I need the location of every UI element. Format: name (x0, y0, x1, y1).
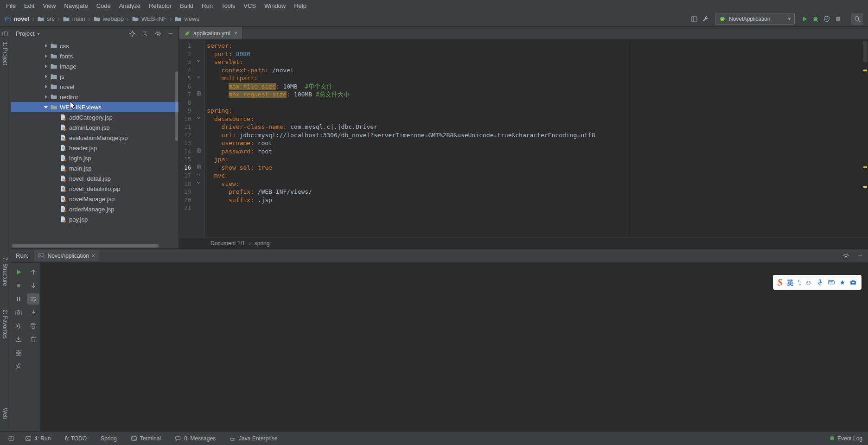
line-number[interactable]: 1 (179, 42, 193, 50)
stop-button[interactable] (13, 280, 25, 291)
toolwindow-switcher-button[interactable] (6, 433, 17, 444)
code-area[interactable]: 1server:2 port: 80803 servlet:4 context-… (179, 42, 862, 212)
pin-button[interactable] (13, 361, 25, 372)
line-number[interactable]: 18 (179, 180, 193, 188)
edit-configurations-button[interactable] (700, 13, 711, 25)
settings-gear-button[interactable] (154, 30, 161, 37)
code-text[interactable]: username: root (205, 139, 272, 147)
line-number[interactable]: 12 (179, 131, 193, 140)
tree-item-css[interactable]: css (11, 41, 179, 51)
menu-build[interactable]: Build (176, 1, 198, 10)
fold-region-icon[interactable] (196, 74, 202, 83)
tree-item-orderManage.jsp[interactable]: orderManage.jsp (11, 204, 179, 214)
menu-tools[interactable]: Tools (217, 1, 239, 10)
tree-item-WEB-INF.views[interactable]: WEB-INF.views (11, 102, 179, 112)
editor-breadcrumb-item[interactable]: spring: (255, 240, 271, 247)
toolwindow-button-web[interactable]: Web (2, 408, 8, 419)
menu-window[interactable]: Window (260, 1, 290, 10)
down-button[interactable] (27, 280, 39, 291)
medal-button[interactable]: ★ (839, 279, 845, 286)
code-text[interactable]: mvc: (205, 172, 229, 180)
menu-edit[interactable]: Edit (20, 1, 38, 10)
line-number[interactable]: 15 (179, 155, 193, 164)
scroll-end-button[interactable] (27, 307, 39, 318)
expand-arrow-icon[interactable] (44, 74, 49, 79)
code-text[interactable]: server: (205, 42, 232, 50)
tree-item-novel_detail.jsp[interactable]: novel_detail.jsp (11, 173, 179, 184)
line-number[interactable]: 17 (179, 172, 193, 180)
fold-region-icon[interactable] (196, 180, 202, 188)
softwrap-button[interactable] (27, 293, 39, 305)
menu-analyze[interactable]: Analyze (115, 1, 145, 10)
language-toggle-button[interactable]: 英 (787, 278, 793, 287)
statusbar-item-0-messages[interactable]: 0: Messages (175, 435, 216, 442)
tree-item-ueditor[interactable]: ueditor (11, 92, 179, 102)
line-number[interactable]: 5 (179, 74, 193, 83)
statusbar-item-spring[interactable]: Spring (101, 435, 117, 442)
tree-item-main.jsp[interactable]: main.jsp (11, 163, 179, 173)
code-text[interactable]: servlet: (205, 58, 243, 66)
hide-run-panel-button[interactable] (857, 253, 863, 259)
line-number[interactable]: 14 (179, 147, 193, 156)
menu-code[interactable]: Code (92, 1, 115, 10)
run-config-combo[interactable]: NovelApplication ▾ (715, 13, 795, 25)
code-text[interactable]: datasource: (205, 115, 254, 123)
keyboard-button[interactable] (828, 279, 835, 286)
line-number[interactable]: 3 (179, 58, 193, 66)
expand-arrow-icon[interactable] (44, 54, 49, 59)
warning-stripe-mark[interactable] (863, 70, 867, 71)
line-number[interactable]: 7 (179, 90, 193, 99)
trash-button[interactable] (27, 334, 39, 345)
tree-item-novel_detailinfo.jsp[interactable]: novel_detailinfo.jsp (11, 184, 179, 194)
code-text[interactable]: port: 8080 (205, 50, 250, 58)
tree-item-adminLogin.jsp[interactable]: adminLogin.jsp (11, 122, 179, 133)
code-text[interactable]: password: root (205, 147, 272, 156)
grid-button[interactable] (13, 347, 25, 358)
line-number[interactable]: 10 (179, 115, 193, 123)
gutter-mark-icon[interactable] (196, 164, 202, 172)
hide-panel-button[interactable] (167, 30, 174, 37)
tree-item-novelManage.jsp[interactable]: novelManage.jsp (11, 194, 179, 204)
statusbar-item-java-enterprise[interactable]: Java Enterprise (230, 435, 277, 442)
run-tab[interactable]: NovelApplication × (34, 250, 99, 261)
locate-button[interactable] (129, 30, 136, 37)
import-button[interactable] (13, 334, 25, 345)
toolwindow-button-2-favorites[interactable]: 2: Favorites (2, 310, 8, 339)
fold-region-icon[interactable] (196, 115, 202, 123)
line-number[interactable]: 8 (179, 99, 193, 107)
code-text[interactable]: view: (205, 180, 239, 188)
toolwindow-button-1-project[interactable]: 1: Project (2, 42, 8, 65)
menu-help[interactable]: Help (290, 1, 311, 10)
tree-item-pay.jsp[interactable]: pay.jsp (11, 214, 179, 224)
tree-item-login.jsp[interactable]: login.jsp (11, 153, 179, 163)
warning-stripe-mark[interactable] (863, 166, 867, 168)
editor-tab-application-yml[interactable]: application.yml× (179, 27, 243, 39)
project-horizontal-scrollbar[interactable] (12, 244, 159, 248)
run-settings-gear-button[interactable] (842, 252, 849, 259)
close-tab-icon[interactable]: × (234, 30, 237, 37)
warning-stripe-mark[interactable] (863, 186, 867, 188)
tree-item-js[interactable]: js (11, 71, 179, 82)
tree-item-fonts[interactable]: fonts (11, 51, 179, 61)
statusbar-item-6-todo[interactable]: 6: TODO (64, 435, 87, 442)
fold-region-icon[interactable] (196, 58, 202, 66)
close-tab-icon[interactable]: × (92, 253, 95, 259)
tree-item-addCategory.jsp[interactable]: addCategory.jsp (11, 112, 179, 122)
breadcrumb-novel[interactable]: novel (5, 15, 29, 22)
breadcrumb-src[interactable]: src (37, 15, 55, 23)
emoji-button[interactable]: ☺ (805, 279, 812, 286)
tree-item-novel[interactable]: novel (11, 82, 179, 92)
up-button[interactable] (27, 267, 39, 278)
code-text[interactable]: jpa: (205, 155, 229, 164)
line-number[interactable]: 16 (179, 164, 193, 172)
chevron-down-icon[interactable]: ▾ (37, 31, 39, 36)
gutter-mark-icon[interactable] (196, 147, 202, 156)
event-log[interactable]: Event Log (830, 435, 862, 442)
tree-item-image[interactable]: image (11, 61, 179, 71)
code-text[interactable]: url: jdbc:mysql://localhost:3306/db_nove… (205, 131, 595, 140)
line-number[interactable]: 6 (179, 83, 193, 91)
rerun-button[interactable] (13, 267, 25, 278)
code-text[interactable]: multipart: (205, 74, 258, 83)
line-number[interactable]: 13 (179, 139, 193, 147)
breadcrumb-views[interactable]: views (174, 15, 199, 23)
